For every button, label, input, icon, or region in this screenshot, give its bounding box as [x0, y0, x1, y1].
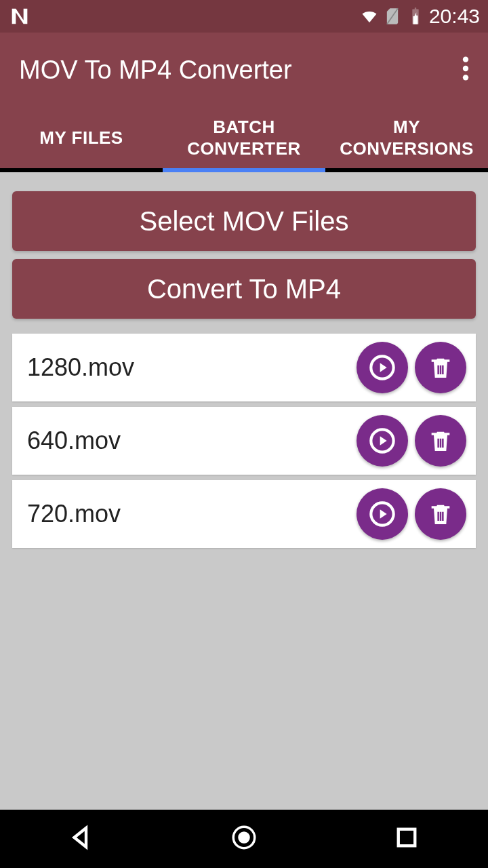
nav-recent-button[interactable]	[392, 823, 421, 854]
content-area: Select MOV Files Convert To MP4 1280.mov…	[0, 172, 488, 810]
tab-label: MY FILES	[39, 127, 123, 149]
play-circle-icon	[369, 427, 396, 454]
file-row: 640.mov	[12, 407, 476, 475]
play-button[interactable]	[357, 415, 408, 467]
nav-home-button[interactable]	[230, 823, 258, 854]
svg-point-0	[463, 57, 468, 62]
more-vert-icon	[462, 55, 469, 82]
tab-my-conversions[interactable]: MY CONVERSIONS	[325, 107, 488, 168]
play-button[interactable]	[357, 342, 408, 393]
delete-button[interactable]	[415, 488, 466, 540]
status-left	[8, 5, 31, 28]
file-name: 1280.mov	[27, 353, 350, 382]
wifi-icon	[360, 7, 379, 26]
play-button[interactable]	[357, 488, 408, 540]
nav-back-button[interactable]	[67, 823, 96, 854]
convert-button[interactable]: Convert To MP4	[12, 259, 476, 319]
delete-button[interactable]	[415, 415, 466, 467]
status-bar: 20:43	[0, 0, 488, 33]
tab-label: BATCH CONVERTER	[168, 116, 320, 160]
svg-point-7	[238, 831, 250, 844]
tab-my-files[interactable]: MY FILES	[0, 107, 163, 168]
trash-icon	[427, 427, 454, 454]
play-circle-icon	[369, 354, 396, 381]
home-circle-icon	[230, 823, 258, 852]
overflow-menu-button[interactable]	[462, 55, 469, 85]
app-title: MOV To MP4 Converter	[19, 56, 292, 85]
trash-icon	[427, 354, 454, 381]
file-name: 640.mov	[27, 427, 350, 455]
sim-icon	[383, 7, 402, 26]
file-list: 1280.mov 640.mov 720.mov	[12, 334, 476, 548]
play-circle-icon	[369, 500, 396, 528]
select-files-button[interactable]: Select MOV Files	[12, 191, 476, 251]
app-bar: MOV To MP4 Converter	[0, 33, 488, 107]
file-name: 720.mov	[27, 500, 350, 528]
file-row: 720.mov	[12, 480, 476, 548]
n-logo-icon	[8, 5, 31, 28]
trash-icon	[427, 500, 454, 528]
select-files-label: Select MOV Files	[140, 206, 349, 237]
convert-label: Convert To MP4	[147, 274, 341, 304]
navigation-bar	[0, 810, 488, 868]
tab-bar: MY FILES BATCH CONVERTER MY CONVERSIONS	[0, 107, 488, 172]
tab-label: MY CONVERSIONS	[331, 116, 483, 160]
svg-point-1	[463, 66, 468, 71]
svg-rect-8	[399, 829, 415, 846]
square-icon	[392, 823, 421, 852]
delete-button[interactable]	[415, 342, 466, 393]
file-row: 1280.mov	[12, 334, 476, 401]
svg-point-2	[463, 75, 468, 80]
tab-batch-converter[interactable]: BATCH CONVERTER	[163, 107, 325, 168]
battery-icon	[406, 7, 425, 26]
back-icon	[67, 823, 96, 852]
status-right: 20:43	[360, 5, 480, 28]
status-time: 20:43	[429, 5, 480, 28]
